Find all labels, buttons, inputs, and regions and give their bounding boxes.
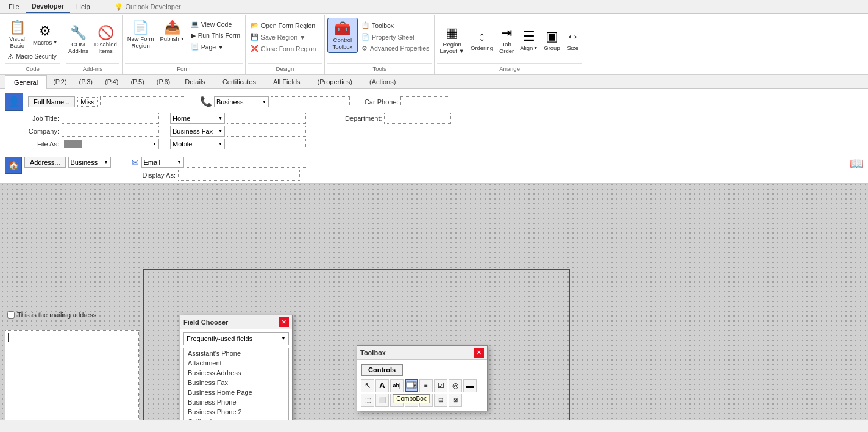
mailing-checkbox-label[interactable]: This is the mailing address <box>7 311 96 319</box>
email-select[interactable]: Email ▼ <box>141 157 184 168</box>
mobile-input[interactable] <box>227 139 306 149</box>
address-btn[interactable]: Address... <box>24 157 66 168</box>
field-item-attachment[interactable]: Attachment <box>184 358 288 368</box>
view-code-label: View Code <box>201 21 232 28</box>
tab-properties[interactable]: (Properties) <box>309 75 361 88</box>
name-input[interactable] <box>100 96 185 107</box>
field-chooser-dropdown-row[interactable]: Frequently-used fields ▼ <box>183 332 289 345</box>
tab-all-fields[interactable]: All Fields <box>265 75 309 88</box>
company-input[interactable] <box>62 126 159 137</box>
ribbon-group-form: 📄 New FormRegion 📤 Publish ▼ 💻 View Code… <box>123 15 246 74</box>
field-item-asst-phone[interactable]: Assistant's Phone <box>184 348 288 358</box>
ctrl-spinbutton[interactable]: ⊞ <box>419 394 433 407</box>
open-form-region-btn[interactable]: 📂 Open Form Region <box>248 20 322 31</box>
mailing-checkbox[interactable] <box>7 311 15 319</box>
page-btn[interactable]: 📃 Page ▼ <box>188 41 243 52</box>
tab-actions[interactable]: (Actions) <box>361 75 404 88</box>
size-btn[interactable]: ↔ Size <box>564 27 582 53</box>
toolbox-close[interactable]: ✕ <box>474 348 484 358</box>
ctrl-image[interactable]: ⊠ <box>449 394 462 407</box>
ctrl-tabstrip[interactable]: — <box>390 394 404 407</box>
tab-p6[interactable]: (P.6) <box>151 75 176 88</box>
ctrl-label[interactable]: A <box>375 379 389 392</box>
macros-btn[interactable]: ⚙ Macros ▼ <box>30 21 60 48</box>
ctrl-textbox[interactable]: ab| <box>390 379 404 392</box>
car-phone-input[interactable] <box>400 96 449 107</box>
mobile-select[interactable]: Mobile ▼ <box>170 139 225 149</box>
publish-btn[interactable]: 📤 Publish ▼ <box>158 18 187 44</box>
property-sheet-btn[interactable]: 📄 Property Sheet <box>359 32 432 42</box>
menu-help[interactable]: Help <box>70 1 96 13</box>
tab-p3[interactable]: (P.3) <box>73 75 99 88</box>
address-book-icon[interactable]: 📖 <box>850 157 863 170</box>
address-controls: Address... Business ▼ <box>24 157 111 168</box>
email-input[interactable] <box>187 157 308 168</box>
field-item-biz-phone2[interactable]: Business Phone 2 <box>184 407 288 417</box>
file-as-select[interactable]: ▼ <box>62 139 159 149</box>
ctrl-multipage[interactable]: ⬜ <box>375 394 389 407</box>
ctrl-pointer[interactable]: ↖ <box>361 379 374 392</box>
ctrl-checkbox[interactable]: ☑ <box>434 379 447 392</box>
field-item-biz-addr[interactable]: Business Address <box>184 368 288 378</box>
business-addr-select[interactable]: Business ▼ <box>68 157 111 168</box>
field-chooser-titlebar[interactable]: Field Chooser ✕ <box>180 315 292 329</box>
field-chooser-btn[interactable]: 📋 Toolbox <box>359 20 432 31</box>
ctrl-frame[interactable]: ⬚ <box>361 394 374 407</box>
align-btn[interactable]: ☰ Align ▼ <box>518 27 540 53</box>
tab-details[interactable]: Details <box>176 75 214 88</box>
notes-area[interactable]: | <box>5 330 139 420</box>
business-phone-input[interactable] <box>271 96 350 107</box>
com-addins-btn[interactable]: 🔧 COMAdd-Ins <box>66 23 91 56</box>
display-as-input[interactable] <box>178 170 300 181</box>
region-layout-btn[interactable]: ▦ RegionLayout ▼ <box>437 23 467 56</box>
control-toolbox-btn[interactable]: 🧰 ControlToolbox <box>327 18 358 53</box>
biz-fax-select[interactable]: Business Fax ▼ <box>170 126 225 137</box>
tab-p5[interactable]: (P.5) <box>124 75 150 88</box>
tab-order-btn[interactable]: ⇥ TabOrder <box>497 23 516 56</box>
tab-p2[interactable]: (P.2) <box>47 75 73 88</box>
visual-basic-btn[interactable]: 📋 VisualBasic <box>5 18 29 51</box>
dept-input[interactable] <box>384 113 451 124</box>
macro-security-label: Macro Security <box>16 53 57 60</box>
full-name-btn[interactable]: Full Name... <box>28 96 75 107</box>
ctrl-combobox[interactable]: ▼ ComboBox <box>405 379 418 392</box>
ctrl-scrollbar[interactable]: ⊟ <box>434 394 447 407</box>
field-item-biz-phone[interactable]: Business Phone <box>184 397 288 407</box>
ordering-btn[interactable]: ↕ Ordering <box>468 27 496 53</box>
align-label: Align ▼ <box>520 45 538 51</box>
menu-developer[interactable]: Developer <box>26 0 70 13</box>
tab-certificates[interactable]: Certificates <box>214 75 265 88</box>
home-phone-input[interactable] <box>227 113 306 124</box>
ctrl-commandbutton[interactable]: 📁 <box>405 394 418 407</box>
macro-security-row[interactable]: ⚠ Macro Security <box>5 51 60 62</box>
job-title-label: Job Title: <box>26 115 59 122</box>
toolbox-titlebar[interactable]: Toolbox ✕ <box>357 346 487 360</box>
field-item-biz-home[interactable]: Business Home Page <box>184 387 288 397</box>
menu-file[interactable]: File <box>2 1 26 13</box>
advanced-properties-btn[interactable]: ⚙ Advanced Properties <box>359 43 432 53</box>
field-item-callback[interactable]: Callback <box>184 417 288 420</box>
tab-general[interactable]: General <box>5 75 47 89</box>
region-layout-label: RegionLayout ▼ <box>439 41 464 54</box>
new-form-region-btn[interactable]: 📄 New FormRegion <box>125 18 157 51</box>
view-code-btn[interactable]: 💻 View Code <box>188 19 243 29</box>
job-title-input[interactable] <box>62 113 159 124</box>
disabled-icon: 🚫 <box>98 25 114 41</box>
run-form-btn[interactable]: ▶ Run This Form <box>188 31 243 40</box>
business-select[interactable]: Business ▼ <box>214 96 269 107</box>
ctrl-togglebutton[interactable]: ▬ <box>463 379 477 392</box>
group-btn[interactable]: ▣ Group <box>541 27 562 53</box>
field-chooser-close[interactable]: ✕ <box>279 317 289 327</box>
ctrl-listbox[interactable]: ≡ <box>419 379 433 392</box>
close-form-region-btn[interactable]: ❌ Close Form Region <box>248 43 322 54</box>
save-region-btn[interactable]: 💾 Save Region ▼ <box>248 32 322 42</box>
ctrl-optionbutton[interactable]: ◎ <box>449 379 462 392</box>
home-select[interactable]: Home ▼ <box>170 113 225 124</box>
controls-tab-label[interactable]: Controls <box>361 364 403 376</box>
biz-fax-input[interactable] <box>227 126 306 137</box>
tab-p4[interactable]: (P.4) <box>99 75 124 88</box>
contact-icon-person: 👤 <box>5 93 23 111</box>
field-item-biz-fax[interactable]: Business Fax <box>184 378 288 387</box>
disabled-items-btn[interactable]: 🚫 DisabledItems <box>92 23 119 56</box>
tell-me[interactable]: 💡 Outlook Developer <box>108 1 187 13</box>
